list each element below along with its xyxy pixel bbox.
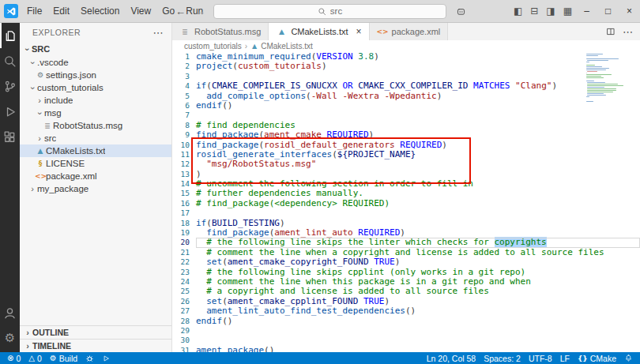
forward-button[interactable]: → xyxy=(190,6,210,17)
toggle-primary-sidebar-icon[interactable]: ◧ xyxy=(510,6,526,17)
chevron-right-icon[interactable]: › xyxy=(35,96,44,105)
settings-icon[interactable]: ⚙ xyxy=(0,325,20,351)
tab-package-xml[interactable]: <>package.xml xyxy=(370,23,449,40)
extensions-icon[interactable] xyxy=(0,124,20,149)
tree-item-label: .vscode xyxy=(37,58,69,67)
code-text: # find_package(<dependency> REQUIRED) xyxy=(196,199,640,208)
tree-item-robotstatus-msg[interactable]: ≣RobotStatus.msg xyxy=(20,119,171,132)
customize-layout-icon[interactable]: ▦ xyxy=(559,6,576,17)
status-notifications[interactable] xyxy=(620,352,637,364)
tree-item-custom-tutorials[interactable]: ›custom_tutorials xyxy=(20,81,171,94)
code-line[interactable]: 31ament_package() xyxy=(172,346,640,352)
tree-item-cmakelists-txt[interactable]: ▲CMakeLists.txt xyxy=(20,144,171,157)
copilot-icon[interactable] xyxy=(453,6,469,17)
tree-item-msg[interactable]: ›msg xyxy=(20,107,171,119)
tree-item--vscode[interactable]: ›.vscode xyxy=(20,56,171,69)
close-button[interactable]: × xyxy=(619,0,640,22)
source-control-icon[interactable] xyxy=(0,73,20,99)
code-line[interactable]: 5 add_compile_options(-Wall -Wextra -Wpe… xyxy=(172,92,640,101)
minimap-line xyxy=(587,95,606,96)
chevron-down-icon[interactable]: › xyxy=(28,58,38,68)
tree-item-my-package[interactable]: ›my_package xyxy=(20,182,171,195)
line-number: 28 xyxy=(172,317,196,326)
more-actions-icon[interactable]: ⋯ xyxy=(623,26,633,38)
menu-view[interactable]: View xyxy=(125,6,156,17)
split-editor-icon[interactable] xyxy=(606,27,616,36)
code-line[interactable]: 27 ament_lint_auto_find_test_dependencie… xyxy=(172,306,640,316)
line-number: 7 xyxy=(172,111,196,120)
editor-area: ≣RobotStatus.msg▲CMakeLists.txt×<>packag… xyxy=(172,23,640,352)
code-text: endif() xyxy=(196,317,640,326)
window-controls: –□× xyxy=(576,0,640,22)
tree-item-license[interactable]: §LICENSE xyxy=(20,157,171,170)
status-cursor-position[interactable]: Ln 20, Col 58 xyxy=(423,352,480,364)
line-number: 4 xyxy=(172,81,196,91)
toggle-panel-icon[interactable]: ⊟ xyxy=(526,6,542,17)
status-warnings[interactable]: △0 xyxy=(24,352,46,364)
breadcrumb-item[interactable]: ▲CMakeLists.txt xyxy=(250,42,313,51)
titlebar-left: FileEditSelectionViewGoRun⋯ xyxy=(0,4,171,18)
tree-item-include[interactable]: ›include xyxy=(20,94,171,107)
status-cmake-debug[interactable] xyxy=(81,352,98,364)
code-text: "msg/RobotStatus.msg" xyxy=(196,159,640,169)
maximize-button[interactable]: □ xyxy=(597,0,619,22)
menu-file[interactable]: File xyxy=(21,6,47,17)
vscode-logo-icon xyxy=(4,4,18,18)
account-icon[interactable] xyxy=(0,300,20,325)
menu-selection[interactable]: Selection xyxy=(75,6,125,17)
toggle-secondary-sidebar-icon[interactable]: ◨ xyxy=(542,6,559,17)
code-line[interactable]: 12 "msg/RobotStatus.msg" xyxy=(172,159,640,169)
line-number: 10 xyxy=(172,141,196,150)
code-line[interactable]: 28endif() xyxy=(172,317,640,326)
tab-label: RobotStatus.msg xyxy=(194,27,261,36)
search-icon xyxy=(318,7,326,16)
code-area[interactable]: 1cmake_minimum_required(VERSION 3.8)2pro… xyxy=(172,51,640,352)
tab-robotstatus-msg[interactable]: ≣RobotStatus.msg xyxy=(172,23,269,40)
chevron-right-icon[interactable]: › xyxy=(28,184,37,193)
tree-item-package-xml[interactable]: <>package.xml xyxy=(20,170,171,182)
line-number: 11 xyxy=(172,150,196,159)
code-line[interactable]: 2project(custom_tutorials) xyxy=(172,62,640,71)
status-cmake-build[interactable]: ⚙Build xyxy=(46,352,81,364)
chevron-right-icon[interactable]: › xyxy=(35,133,44,143)
code-line[interactable]: 6endif() xyxy=(172,101,640,111)
cmake-file-icon: ▲ xyxy=(276,28,287,36)
chevron-down-icon[interactable]: › xyxy=(23,45,32,54)
panel-timeline[interactable]: ›TIMELINE xyxy=(20,339,171,352)
minimap-line xyxy=(587,71,597,72)
status-cmake-run[interactable] xyxy=(98,352,114,364)
line-number: 14 xyxy=(172,179,196,189)
workbench: ⚙ EXPLORER ⋯ › SRC ›.vscode⚙settings.jso… xyxy=(0,23,640,352)
tree-item-settings-json[interactable]: ⚙settings.json xyxy=(20,69,171,81)
search-icon[interactable] xyxy=(0,48,20,73)
workspace-section-header[interactable]: › SRC xyxy=(20,42,171,56)
status-label: LF xyxy=(560,354,570,363)
line-number: 25 xyxy=(172,287,196,296)
menu-edit[interactable]: Edit xyxy=(47,6,75,17)
panel-outline[interactable]: ›OUTLINE xyxy=(20,325,171,339)
tree-item-src[interactable]: ›src xyxy=(20,132,171,144)
breadcrumb-item[interactable]: custom_tutorials xyxy=(184,42,242,51)
tab-label: CMakeLists.txt xyxy=(291,27,348,36)
explorer-icon[interactable] xyxy=(0,23,20,48)
status-language-mode[interactable]: {}CMake xyxy=(574,352,620,364)
code-line[interactable]: 16# find_package(<dependency> REQUIRED) xyxy=(172,199,640,208)
tab-actions: ⋯ xyxy=(599,23,640,40)
status-indentation[interactable]: Spaces: 2 xyxy=(480,352,525,364)
status-errors[interactable]: ⊗0 xyxy=(3,352,24,364)
chevron-down-icon[interactable]: › xyxy=(36,109,45,118)
minimize-button[interactable]: – xyxy=(576,0,597,22)
tab-cmakelists-txt[interactable]: ▲CMakeLists.txt× xyxy=(269,23,369,40)
breadcrumb-label: custom_tutorials xyxy=(184,42,242,51)
back-button[interactable]: ← xyxy=(171,6,190,17)
chevron-down-icon[interactable]: › xyxy=(28,84,38,93)
code-line[interactable]: 29 xyxy=(172,326,640,336)
close-tab-icon[interactable]: × xyxy=(356,26,362,37)
tree-item-label: RobotStatus.msg xyxy=(53,121,122,130)
command-center-search[interactable]: src xyxy=(213,4,446,19)
run-debug-icon[interactable] xyxy=(0,99,20,124)
status-encoding[interactable]: UTF-8 xyxy=(525,352,556,364)
sidebar-more-actions-icon[interactable]: ⋯ xyxy=(153,27,164,39)
status-eol[interactable]: LF xyxy=(556,352,574,364)
minimap[interactable] xyxy=(586,54,634,104)
